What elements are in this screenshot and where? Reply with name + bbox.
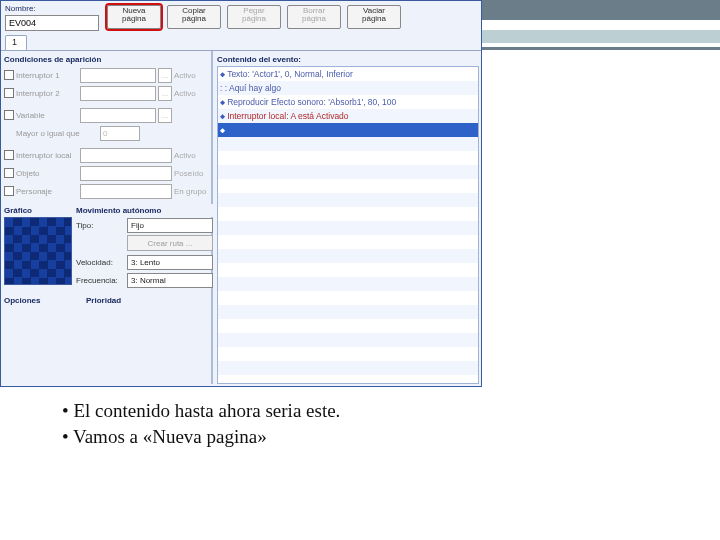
movement-title: Movimiento autónomo: [76, 204, 213, 217]
copy-page-button[interactable]: Copiar página: [167, 5, 221, 29]
options-title: Opciones: [4, 294, 74, 307]
priority-title: Prioridad: [86, 294, 156, 307]
variable-compare-label: Mayor o igual que: [16, 129, 98, 138]
switch2-select[interactable]: [80, 86, 156, 101]
cmd-line[interactable]: : : Aquí hay algo: [218, 81, 478, 95]
event-editor-window: Nombre: Nueva página Copiar página Pegar…: [0, 0, 482, 387]
localswitch-select[interactable]: [80, 148, 172, 163]
item-checkbox[interactable]: [4, 168, 14, 178]
switch1-label: Interruptor 1: [16, 71, 78, 80]
diamond-icon: ◆: [220, 111, 225, 121]
cmd-text: Reproducir Efecto sonoro: 'Absorb1', 80,…: [227, 97, 396, 107]
event-command-list[interactable]: ◆Texto: 'Actor1', 0, Normal, Inferior : …: [217, 66, 479, 384]
movement-speed-select[interactable]: 3: Lento: [127, 255, 213, 270]
switch1-select[interactable]: [80, 68, 156, 83]
bullet-1: El contenido hasta ahora seria este.: [62, 398, 340, 424]
movement-type-select[interactable]: Fijo: [127, 218, 213, 233]
diamond-icon: ◆: [220, 97, 225, 107]
del-page-l2: página: [288, 15, 340, 23]
actor-side: En grupo: [174, 187, 208, 196]
name-input[interactable]: [5, 15, 99, 31]
localswitch-checkbox[interactable]: [4, 150, 14, 160]
new-page-l2: página: [108, 15, 160, 23]
item-label: Objeto: [16, 169, 78, 178]
page-tab-bar: 1: [1, 35, 481, 51]
switch2-checkbox[interactable]: [4, 88, 14, 98]
item-side: Poseído: [174, 169, 208, 178]
switch1-side: Activo: [174, 71, 208, 80]
bullet-2: Vamos a «Nueva pagina»: [62, 424, 340, 450]
movement-freq-select[interactable]: 3: Normal: [127, 273, 213, 288]
conditions-title: Condiciones de aparición: [4, 53, 208, 66]
cmd-text: Interruptor local: A está Activado: [227, 111, 348, 121]
actor-label: Personaje: [16, 187, 78, 196]
slide-bullets: El contenido hasta ahora seria este. Vam…: [62, 398, 340, 449]
name-label: Nombre:: [5, 4, 99, 13]
variable-pick-button[interactable]: ...: [158, 108, 172, 123]
clear-page-button[interactable]: Vaciar página: [347, 5, 401, 29]
delete-page-button[interactable]: Borrar página: [287, 5, 341, 29]
clear-page-l2: página: [348, 15, 400, 23]
localswitch-side: Activo: [174, 151, 208, 160]
paste-page-l2: página: [228, 15, 280, 23]
switch1-checkbox[interactable]: [4, 70, 14, 80]
movement-type-label: Tipo:: [76, 221, 124, 230]
movement-speed-label: Velocidad:: [76, 258, 124, 267]
cmd-line[interactable]: ◆Reproducir Efecto sonoro: 'Absorb1', 80…: [218, 95, 478, 109]
diamond-icon: ◆: [220, 69, 225, 79]
cmd-line[interactable]: ◆Texto: 'Actor1', 0, Normal, Inferior: [218, 67, 478, 81]
graphic-preview[interactable]: [4, 217, 72, 285]
item-select[interactable]: [80, 166, 172, 181]
switch1-pick-button[interactable]: ...: [158, 68, 172, 83]
diamond-icon: ◆: [220, 125, 225, 135]
actor-checkbox[interactable]: [4, 186, 14, 196]
switch2-label: Interruptor 2: [16, 89, 78, 98]
variable-compare-value[interactable]: 0: [100, 126, 140, 141]
contents-title: Contenido del evento:: [217, 53, 479, 66]
localswitch-label: Interruptor local: [16, 151, 78, 160]
cmd-text: : : Aquí hay algo: [220, 83, 281, 93]
movement-freq-label: Frecuencia:: [76, 276, 124, 285]
new-page-button[interactable]: Nueva página: [107, 5, 161, 29]
variable-checkbox[interactable]: [4, 110, 14, 120]
variable-select[interactable]: [80, 108, 156, 123]
variable-label: Variable: [16, 111, 78, 120]
graphic-title: Gráfico: [4, 204, 72, 217]
switch2-pick-button[interactable]: ...: [158, 86, 172, 101]
actor-select[interactable]: [80, 184, 172, 199]
tab-1[interactable]: 1: [5, 35, 27, 50]
cmd-line[interactable]: ◆Interruptor local: A está Activado: [218, 109, 478, 123]
cmd-text: Texto: 'Actor1', 0, Normal, Inferior: [227, 69, 353, 79]
cmd-line-selected[interactable]: ◆: [218, 123, 478, 137]
copy-page-l2: página: [168, 15, 220, 23]
create-route-button[interactable]: Crear ruta ...: [127, 235, 213, 251]
paste-page-button[interactable]: Pegar página: [227, 5, 281, 29]
switch2-side: Activo: [174, 89, 208, 98]
